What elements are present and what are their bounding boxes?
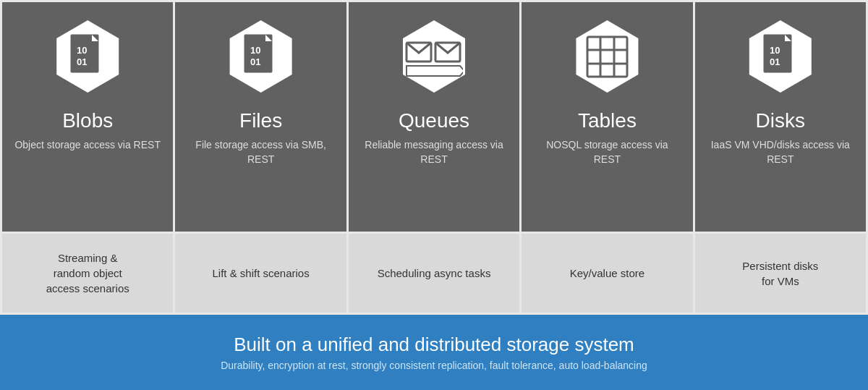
use-case-tables: Key/value store (522, 234, 692, 313)
disks-hex: 10 01 (741, 17, 820, 96)
tables-hexagon (571, 20, 643, 93)
use-case-files-text: Lift & shift scenarios (212, 266, 309, 281)
tables-title: Tables (578, 109, 637, 132)
svg-text:01: 01 (770, 56, 780, 67)
blobs-hex: 10 01 (48, 17, 127, 96)
queues-icon (405, 37, 463, 77)
bottom-banner: Built on a unified and distributed stora… (0, 315, 868, 390)
card-files: 10 01 Files File storage access via SMB,… (175, 2, 346, 232)
files-icon: 10 01 (240, 33, 282, 80)
use-case-files: Lift & shift scenarios (175, 234, 346, 313)
svg-text:10: 10 (250, 45, 260, 56)
blobs-hexagon: 10 01 (51, 20, 124, 93)
svg-marker-10 (407, 66, 463, 76)
use-cases-section: Streaming &random objectaccess scenarios… (0, 232, 868, 315)
files-desc: File storage access via SMB, REST (186, 138, 335, 166)
use-case-blobs-text: Streaming &random objectaccess scenarios (46, 250, 129, 296)
svg-text:01: 01 (250, 56, 260, 67)
queues-hexagon (398, 20, 470, 93)
disks-icon: 10 01 (760, 33, 801, 80)
cards-section: 10 01 Blobs Object storage access via RE… (0, 0, 868, 232)
use-case-disks-text: Persistent disksfor VMs (742, 258, 818, 289)
files-title: Files (239, 109, 282, 132)
files-hex: 10 01 (221, 17, 301, 96)
use-case-disks: Persistent disksfor VMs (695, 234, 866, 313)
card-disks: 10 01 Disks IaaS VM VHD/disks access via… (695, 2, 866, 232)
svg-rect-11 (587, 37, 627, 77)
card-blobs: 10 01 Blobs Object storage access via RE… (2, 2, 173, 232)
blobs-title: Blobs (62, 109, 113, 132)
disks-title: Disks (756, 109, 805, 132)
svg-text:10: 10 (77, 45, 87, 56)
banner-subtitle: Durability, encryption at rest, strongly… (221, 360, 647, 371)
card-queues: Queues Reliable messaging access via RES… (349, 2, 519, 232)
queues-desc: Reliable messaging access via REST (359, 138, 509, 166)
card-tables: Tables NOSQL storage access via REST (522, 2, 692, 232)
svg-text:01: 01 (77, 56, 87, 67)
disks-hexagon: 10 01 (744, 20, 817, 93)
blobs-desc: Object storage access via REST (14, 138, 161, 153)
tables-icon (584, 33, 631, 80)
blobs-icon: 10 01 (67, 33, 109, 80)
svg-text:10: 10 (770, 45, 780, 56)
use-case-tables-text: Key/value store (570, 266, 644, 281)
use-case-queues-text: Scheduling async tasks (378, 266, 491, 281)
queues-title: Queues (399, 109, 469, 132)
files-hexagon: 10 01 (225, 20, 297, 93)
disks-desc: IaaS VM VHD/disks access via REST (706, 138, 855, 166)
tables-desc: NOSQL storage access via REST (532, 138, 681, 166)
tables-hex (567, 17, 647, 96)
queues-hex (394, 17, 474, 96)
banner-title: Built on a unified and distributed stora… (234, 334, 634, 356)
use-case-queues: Scheduling async tasks (349, 234, 519, 313)
use-case-blobs: Streaming &random objectaccess scenarios (2, 234, 173, 313)
main-container: 10 01 Blobs Object storage access via RE… (0, 0, 868, 390)
